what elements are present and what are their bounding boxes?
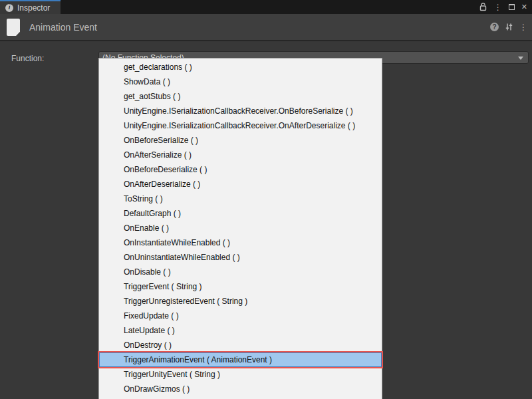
scriptable-object-icon xyxy=(7,19,20,36)
function-dropdown-popup: get_declarations ( ) ShowData ( ) get_ao… xyxy=(98,58,382,399)
dropdown-item[interactable]: OnDrawGizmos ( ) xyxy=(99,382,382,396)
dropdown-item[interactable]: TriggerUnityEvent ( String ) xyxy=(99,367,382,382)
unlock-icon[interactable] xyxy=(479,3,487,11)
dropdown-item[interactable]: OnEnable ( ) xyxy=(99,221,382,235)
dropdown-item[interactable]: get_aotStubs ( ) xyxy=(99,89,382,104)
dropdown-item[interactable]: OnUninstantiateWhileEnabled ( ) xyxy=(99,250,382,265)
unity-inspector-window: i Inspector ⋮ ✕ Animation Event ? xyxy=(0,0,532,399)
dropdown-item[interactable]: ShowData ( ) xyxy=(99,74,382,89)
dropdown-item[interactable]: OnInstantiateWhileEnabled ( ) xyxy=(99,235,382,250)
object-title: Animation Event xyxy=(29,14,97,40)
dropdown-item[interactable]: UnityEngine.ISerializationCallbackReceiv… xyxy=(99,118,382,133)
dropdown-item[interactable]: OnDisable ( ) xyxy=(99,265,382,279)
tab-bar: i Inspector ⋮ ✕ xyxy=(0,0,532,14)
dropdown-item[interactable]: LateUpdate ( ) xyxy=(99,323,382,338)
dropdown-item[interactable]: ToString ( ) xyxy=(99,192,382,206)
maximize-icon[interactable] xyxy=(509,4,515,10)
presets-icon[interactable] xyxy=(505,23,513,31)
dropdown-item[interactable]: TriggerAnimationEvent ( AnimationEvent ) xyxy=(99,352,382,367)
dropdown-item[interactable]: DefaultGraph ( ) xyxy=(99,206,382,221)
dropdown-item[interactable]: OnDestroy ( ) xyxy=(99,338,382,352)
tab-menu-kebab-icon[interactable]: ⋮ xyxy=(494,3,502,11)
help-icon[interactable]: ? xyxy=(490,23,499,31)
dropdown-item[interactable]: TriggerEvent ( String ) xyxy=(99,279,382,294)
tab-inspector[interactable]: i Inspector xyxy=(0,0,61,14)
header-menu-kebab-icon[interactable]: ⋮ xyxy=(519,23,527,31)
inspector-header: Animation Event ? ⋮ xyxy=(0,14,532,41)
close-icon[interactable]: ✕ xyxy=(521,3,527,11)
chevron-down-icon xyxy=(518,57,523,60)
dropdown-item[interactable]: UnityEngine.ISerializationCallbackReceiv… xyxy=(99,104,382,118)
dropdown-item[interactable]: OnBeforeSerialize ( ) xyxy=(99,133,382,148)
info-icon: i xyxy=(5,4,13,12)
dropdown-item[interactable]: get_declarations ( ) xyxy=(99,60,382,74)
dropdown-item[interactable]: OnAfterSerialize ( ) xyxy=(99,148,382,162)
dropdown-item[interactable]: OnAfterDeserialize ( ) xyxy=(99,177,382,192)
dropdown-item[interactable]: OnBeforeDeserialize ( ) xyxy=(99,162,382,177)
dropdown-item[interactable]: TriggerUnregisteredEvent ( String ) xyxy=(99,294,382,309)
dropdown-item[interactable]: FixedUpdate ( ) xyxy=(99,309,382,323)
header-icons: ? ⋮ xyxy=(490,14,527,40)
function-label: Function: xyxy=(11,54,44,63)
titlebar-icons: ⋮ ✕ xyxy=(479,0,527,14)
tab-label: Inspector xyxy=(17,3,50,13)
